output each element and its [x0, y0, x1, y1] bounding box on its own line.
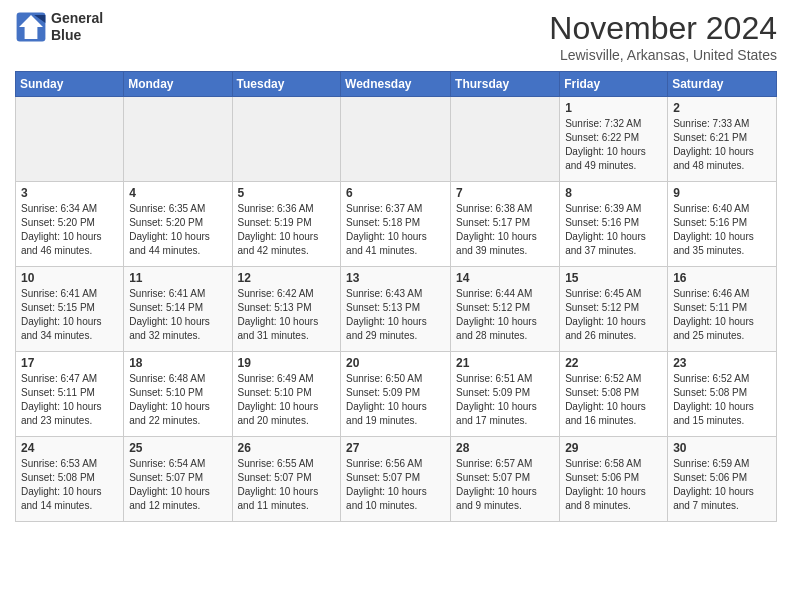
day-info: Sunrise: 6:34 AM Sunset: 5:20 PM Dayligh…: [21, 202, 118, 258]
day-info: Sunrise: 6:48 AM Sunset: 5:10 PM Dayligh…: [129, 372, 226, 428]
calendar-cell: 9Sunrise: 6:40 AM Sunset: 5:16 PM Daylig…: [668, 182, 777, 267]
day-number: 4: [129, 186, 226, 200]
calendar-cell: 22Sunrise: 6:52 AM Sunset: 5:08 PM Dayli…: [560, 352, 668, 437]
calendar-cell: [16, 97, 124, 182]
day-number: 20: [346, 356, 445, 370]
day-number: 10: [21, 271, 118, 285]
calendar-cell: 13Sunrise: 6:43 AM Sunset: 5:13 PM Dayli…: [341, 267, 451, 352]
logo-icon: [15, 11, 47, 43]
calendar-cell: 1Sunrise: 7:32 AM Sunset: 6:22 PM Daylig…: [560, 97, 668, 182]
weekday-friday: Friday: [560, 72, 668, 97]
day-number: 14: [456, 271, 554, 285]
day-info: Sunrise: 6:41 AM Sunset: 5:15 PM Dayligh…: [21, 287, 118, 343]
day-info: Sunrise: 6:39 AM Sunset: 5:16 PM Dayligh…: [565, 202, 662, 258]
calendar-cell: 18Sunrise: 6:48 AM Sunset: 5:10 PM Dayli…: [124, 352, 232, 437]
day-number: 24: [21, 441, 118, 455]
day-info: Sunrise: 6:54 AM Sunset: 5:07 PM Dayligh…: [129, 457, 226, 513]
calendar-cell: 23Sunrise: 6:52 AM Sunset: 5:08 PM Dayli…: [668, 352, 777, 437]
calendar-cell: [124, 97, 232, 182]
day-number: 27: [346, 441, 445, 455]
day-info: Sunrise: 6:59 AM Sunset: 5:06 PM Dayligh…: [673, 457, 771, 513]
day-number: 30: [673, 441, 771, 455]
calendar-cell: 2Sunrise: 7:33 AM Sunset: 6:21 PM Daylig…: [668, 97, 777, 182]
day-info: Sunrise: 6:38 AM Sunset: 5:17 PM Dayligh…: [456, 202, 554, 258]
day-number: 1: [565, 101, 662, 115]
calendar-cell: 10Sunrise: 6:41 AM Sunset: 5:15 PM Dayli…: [16, 267, 124, 352]
day-number: 21: [456, 356, 554, 370]
day-info: Sunrise: 6:40 AM Sunset: 5:16 PM Dayligh…: [673, 202, 771, 258]
calendar-week-4: 17Sunrise: 6:47 AM Sunset: 5:11 PM Dayli…: [16, 352, 777, 437]
day-number: 17: [21, 356, 118, 370]
day-info: Sunrise: 6:52 AM Sunset: 5:08 PM Dayligh…: [673, 372, 771, 428]
day-info: Sunrise: 6:56 AM Sunset: 5:07 PM Dayligh…: [346, 457, 445, 513]
calendar-cell: [232, 97, 341, 182]
weekday-monday: Monday: [124, 72, 232, 97]
day-info: Sunrise: 7:32 AM Sunset: 6:22 PM Dayligh…: [565, 117, 662, 173]
page-header: General Blue November 2024 Lewisville, A…: [15, 10, 777, 63]
day-info: Sunrise: 6:37 AM Sunset: 5:18 PM Dayligh…: [346, 202, 445, 258]
day-info: Sunrise: 6:41 AM Sunset: 5:14 PM Dayligh…: [129, 287, 226, 343]
day-number: 13: [346, 271, 445, 285]
day-number: 16: [673, 271, 771, 285]
day-info: Sunrise: 6:53 AM Sunset: 5:08 PM Dayligh…: [21, 457, 118, 513]
day-info: Sunrise: 6:55 AM Sunset: 5:07 PM Dayligh…: [238, 457, 336, 513]
calendar-cell: 24Sunrise: 6:53 AM Sunset: 5:08 PM Dayli…: [16, 437, 124, 522]
day-number: 15: [565, 271, 662, 285]
day-number: 26: [238, 441, 336, 455]
calendar-cell: 11Sunrise: 6:41 AM Sunset: 5:14 PM Dayli…: [124, 267, 232, 352]
day-info: Sunrise: 6:45 AM Sunset: 5:12 PM Dayligh…: [565, 287, 662, 343]
logo: General Blue: [15, 10, 103, 44]
calendar-table: SundayMondayTuesdayWednesdayThursdayFrid…: [15, 71, 777, 522]
logo-text: General Blue: [51, 10, 103, 44]
day-number: 5: [238, 186, 336, 200]
calendar-cell: 12Sunrise: 6:42 AM Sunset: 5:13 PM Dayli…: [232, 267, 341, 352]
weekday-tuesday: Tuesday: [232, 72, 341, 97]
day-info: Sunrise: 6:49 AM Sunset: 5:10 PM Dayligh…: [238, 372, 336, 428]
day-number: 25: [129, 441, 226, 455]
day-number: 8: [565, 186, 662, 200]
day-info: Sunrise: 6:35 AM Sunset: 5:20 PM Dayligh…: [129, 202, 226, 258]
day-number: 18: [129, 356, 226, 370]
day-number: 3: [21, 186, 118, 200]
day-info: Sunrise: 6:44 AM Sunset: 5:12 PM Dayligh…: [456, 287, 554, 343]
calendar-cell: 7Sunrise: 6:38 AM Sunset: 5:17 PM Daylig…: [451, 182, 560, 267]
day-number: 29: [565, 441, 662, 455]
calendar-body: 1Sunrise: 7:32 AM Sunset: 6:22 PM Daylig…: [16, 97, 777, 522]
weekday-saturday: Saturday: [668, 72, 777, 97]
calendar-cell: 19Sunrise: 6:49 AM Sunset: 5:10 PM Dayli…: [232, 352, 341, 437]
day-info: Sunrise: 6:50 AM Sunset: 5:09 PM Dayligh…: [346, 372, 445, 428]
calendar-cell: 21Sunrise: 6:51 AM Sunset: 5:09 PM Dayli…: [451, 352, 560, 437]
location: Lewisville, Arkansas, United States: [549, 47, 777, 63]
weekday-thursday: Thursday: [451, 72, 560, 97]
calendar-cell: 8Sunrise: 6:39 AM Sunset: 5:16 PM Daylig…: [560, 182, 668, 267]
day-number: 7: [456, 186, 554, 200]
day-number: 12: [238, 271, 336, 285]
day-info: Sunrise: 6:42 AM Sunset: 5:13 PM Dayligh…: [238, 287, 336, 343]
calendar-cell: 26Sunrise: 6:55 AM Sunset: 5:07 PM Dayli…: [232, 437, 341, 522]
calendar-week-2: 3Sunrise: 6:34 AM Sunset: 5:20 PM Daylig…: [16, 182, 777, 267]
title-area: November 2024 Lewisville, Arkansas, Unit…: [549, 10, 777, 63]
day-number: 28: [456, 441, 554, 455]
day-number: 6: [346, 186, 445, 200]
calendar-week-1: 1Sunrise: 7:32 AM Sunset: 6:22 PM Daylig…: [16, 97, 777, 182]
day-number: 11: [129, 271, 226, 285]
calendar-cell: 25Sunrise: 6:54 AM Sunset: 5:07 PM Dayli…: [124, 437, 232, 522]
weekday-sunday: Sunday: [16, 72, 124, 97]
day-number: 2: [673, 101, 771, 115]
calendar-cell: 28Sunrise: 6:57 AM Sunset: 5:07 PM Dayli…: [451, 437, 560, 522]
calendar-cell: 16Sunrise: 6:46 AM Sunset: 5:11 PM Dayli…: [668, 267, 777, 352]
day-info: Sunrise: 7:33 AM Sunset: 6:21 PM Dayligh…: [673, 117, 771, 173]
calendar-cell: 27Sunrise: 6:56 AM Sunset: 5:07 PM Dayli…: [341, 437, 451, 522]
weekday-header-row: SundayMondayTuesdayWednesdayThursdayFrid…: [16, 72, 777, 97]
calendar-cell: [451, 97, 560, 182]
calendar-cell: [341, 97, 451, 182]
calendar-header: SundayMondayTuesdayWednesdayThursdayFrid…: [16, 72, 777, 97]
calendar-cell: 4Sunrise: 6:35 AM Sunset: 5:20 PM Daylig…: [124, 182, 232, 267]
day-info: Sunrise: 6:46 AM Sunset: 5:11 PM Dayligh…: [673, 287, 771, 343]
day-info: Sunrise: 6:51 AM Sunset: 5:09 PM Dayligh…: [456, 372, 554, 428]
calendar-cell: 3Sunrise: 6:34 AM Sunset: 5:20 PM Daylig…: [16, 182, 124, 267]
day-info: Sunrise: 6:52 AM Sunset: 5:08 PM Dayligh…: [565, 372, 662, 428]
weekday-wednesday: Wednesday: [341, 72, 451, 97]
calendar-cell: 5Sunrise: 6:36 AM Sunset: 5:19 PM Daylig…: [232, 182, 341, 267]
calendar-week-3: 10Sunrise: 6:41 AM Sunset: 5:15 PM Dayli…: [16, 267, 777, 352]
